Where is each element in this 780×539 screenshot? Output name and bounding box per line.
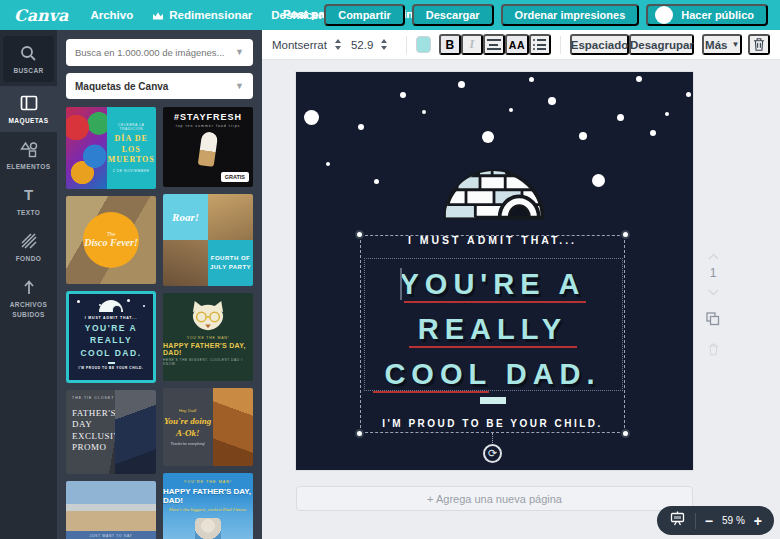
presentation-icon[interactable] xyxy=(669,511,686,530)
search-input[interactable] xyxy=(75,47,235,58)
ungroup-button[interactable]: Desagrupar xyxy=(629,34,694,55)
template-cool-dad-selected[interactable]: I MUST ADMIT THAT... YOU'RE A REALLY COO… xyxy=(66,291,156,383)
snow-dot xyxy=(143,305,145,307)
search-icon xyxy=(20,44,37,62)
resize-handle-bottom-left[interactable] xyxy=(355,429,364,438)
descargar-button[interactable]: Descargar xyxy=(412,4,494,26)
zoom-in-button[interactable]: + xyxy=(754,514,762,528)
icecream-photo xyxy=(198,131,219,167)
zoom-controls: − 59 % + xyxy=(657,506,774,535)
add-page-button[interactable]: + Agrega una nueva página xyxy=(296,486,693,511)
delete-page-button[interactable] xyxy=(708,342,719,360)
template-fourth-of-july[interactable]: Roar! FOURTH OF JULY PARTY xyxy=(163,194,253,286)
beach-photo xyxy=(66,481,156,531)
divider xyxy=(406,36,407,54)
dash-divider[interactable] xyxy=(480,397,506,404)
canvas-page[interactable]: I MUST ADMIT THAT... YOU'RE A REALLY COO… xyxy=(296,72,693,470)
template-stayfresh[interactable]: #STAYFRESH top ten summer food trips GRA… xyxy=(163,107,253,187)
color-swatch[interactable] xyxy=(416,36,431,53)
trash-icon xyxy=(753,37,765,52)
font-size-stepper[interactable] xyxy=(381,39,387,50)
mini-igloo xyxy=(99,300,123,312)
dancers-photo xyxy=(208,194,253,240)
sidenav: BUSCAR MAQUETAS ELEMENTOS T TEXTO FONDO … xyxy=(0,30,57,539)
resize-handle-bottom-right[interactable] xyxy=(621,429,630,438)
templates-panel: ▼ Maquetas de Canva ▼ CELEBRA LA TRADICI… xyxy=(57,30,262,539)
align-center-icon xyxy=(487,39,501,50)
mini-dash xyxy=(108,362,115,364)
uppercase-button[interactable]: AA xyxy=(505,34,529,55)
font-family-select[interactable]: Montserrat xyxy=(272,39,327,51)
chevron-down-icon: ▼ xyxy=(235,82,244,91)
text-cursor xyxy=(400,268,402,300)
sidebar-item-texto[interactable]: T TEXTO xyxy=(0,178,57,224)
template-beach-fathers-day[interactable]: JUST WANT TO SAY HAPPY FATHER'S DAY! FRO… xyxy=(66,481,156,539)
ordenar-impresiones-button[interactable]: Ordenar impresiones xyxy=(501,4,640,26)
image-search-box[interactable]: ▼ xyxy=(66,39,253,66)
align-center-button[interactable] xyxy=(483,34,505,55)
avatar[interactable] xyxy=(655,6,673,24)
italic-button[interactable]: I xyxy=(461,34,483,55)
list-button[interactable] xyxy=(529,34,551,55)
template-dia-de-los-muertos[interactable]: CELEBRA LA TRADICIÓN DÍA DE LOS MUERTOS … xyxy=(66,107,156,189)
font-size-select[interactable]: 52.9 xyxy=(351,39,373,51)
more-button[interactable]: Más▼ xyxy=(702,34,742,55)
sidebar-item-archivos-subidos[interactable]: ARCHIVOS SUBIDOS xyxy=(0,270,57,325)
text-icon: T xyxy=(24,186,33,204)
sidebar-item-fondo[interactable]: FONDO xyxy=(0,224,57,270)
template-tie-closet[interactable]: THE TIE CLOSET FATHER'S DAY EXCLUSIVE PR… xyxy=(66,390,156,474)
sidebar-item-buscar[interactable]: BUSCAR xyxy=(3,36,54,82)
crown-icon xyxy=(152,6,164,24)
text-toolbar: Montserrat 52.9 B I AA Espaciado Desagru… xyxy=(262,30,780,60)
category-dropdown[interactable]: Maquetas de Canva ▼ xyxy=(66,73,253,99)
chevron-down-icon[interactable]: ▼ xyxy=(235,48,244,57)
rotate-handle[interactable]: ⟳ xyxy=(483,444,502,463)
font-family-stepper[interactable] xyxy=(335,39,341,50)
upload-arrow-icon xyxy=(22,278,36,296)
spacing-button[interactable]: Espaciado xyxy=(570,34,630,55)
canvas-bottom-line[interactable]: I'M PROUD TO BE YOUR CHILD. xyxy=(360,418,625,429)
gratis-badge: GRATIS xyxy=(221,172,249,182)
canva-logo[interactable]: Canva xyxy=(14,6,68,25)
sidebar-item-elementos[interactable]: ELEMENTOS xyxy=(0,132,57,178)
page-controls: 1 xyxy=(701,246,725,360)
canva-app: Canva Archivo Redimensionar Deshacer Reh… xyxy=(0,0,780,539)
move-page-up-button[interactable] xyxy=(708,246,719,264)
background-icon xyxy=(21,232,37,250)
chevron-down-icon: ▼ xyxy=(731,40,739,49)
skulls-photo xyxy=(66,107,107,189)
move-page-down-button[interactable] xyxy=(708,282,719,300)
spellcheck-underline xyxy=(404,301,586,303)
fox-illustration xyxy=(189,299,227,333)
zoom-out-button[interactable]: − xyxy=(705,514,713,528)
delete-button[interactable] xyxy=(748,34,770,55)
topbar: Canva Archivo Redimensionar Deshacer Reh… xyxy=(0,0,780,30)
template-column-left: CELEBRA LA TRADICIÓN DÍA DE LOS MUERTOS … xyxy=(66,107,156,539)
man-photo xyxy=(115,390,156,474)
canvas-headline[interactable]: YOU'RE A REALLY COOL DAD. xyxy=(350,262,635,397)
dad-photo xyxy=(195,518,221,539)
spellcheck-underline xyxy=(373,391,489,393)
elements-icon xyxy=(20,140,38,158)
list-icon xyxy=(533,39,546,50)
bold-button[interactable]: B xyxy=(439,34,461,55)
template-column-right: #STAYFRESH top ten summer food trips GRA… xyxy=(163,107,253,539)
layouts-icon xyxy=(20,94,38,112)
hacer-publico-button[interactable]: Hacer público xyxy=(646,4,768,26)
divider xyxy=(560,36,561,54)
compartir-button[interactable]: Compartir xyxy=(324,4,405,26)
disco-circle: The Disco Fever! xyxy=(83,212,139,268)
template-grid: CELEBRA LA TRADICIÓN DÍA DE LOS MUERTOS … xyxy=(66,107,253,539)
template-a-ok[interactable]: Hey, Dad! You're doing A-Ok! Thanks for … xyxy=(163,388,253,466)
menu-redimensionar[interactable]: Redimensionar xyxy=(152,6,252,24)
template-blue-sky[interactable]: YOU'RE THE MAN! HAPPY FATHER'S DAY, DAD!… xyxy=(163,473,253,539)
template-disco-fever[interactable]: The Disco Fever! xyxy=(66,196,156,284)
igloo-illustration[interactable] xyxy=(438,146,550,226)
snow-dot xyxy=(127,299,130,302)
spellcheck-underline xyxy=(409,346,577,348)
duplicate-page-button[interactable] xyxy=(706,312,720,330)
canvas-top-line[interactable]: I MUST ADMIT THAT... xyxy=(360,234,625,246)
template-fox[interactable]: YOU'RE THE MAN! HAPPY FATHER'S DAY, DAD!… xyxy=(163,293,253,381)
sidebar-item-maquetas[interactable]: MAQUETAS xyxy=(0,86,57,132)
menu-archivo[interactable]: Archivo xyxy=(90,9,133,21)
